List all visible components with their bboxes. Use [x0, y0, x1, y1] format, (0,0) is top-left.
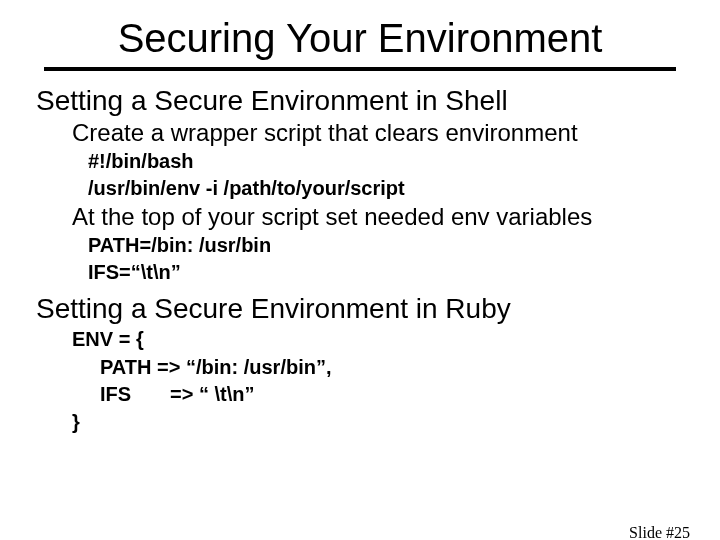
- code-line: PATH=/bin: /usr/bin: [88, 233, 684, 258]
- code-line: PATH => “/bin: /usr/bin”,: [72, 355, 684, 381]
- slide: Securing Your Environment Setting a Secu…: [0, 16, 720, 540]
- code-line: IFS=“\t\n”: [88, 260, 684, 285]
- section-heading-shell: Setting a Secure Environment in Shell: [36, 85, 684, 117]
- body-text: At the top of your script set needed env…: [72, 203, 684, 231]
- slide-number: Slide #25: [629, 524, 690, 540]
- code-line: }: [72, 410, 684, 436]
- slide-title: Securing Your Environment: [60, 16, 660, 61]
- code-line: IFS => “ \t\n”: [72, 382, 684, 408]
- code-line: /usr/bin/env -i /path/to/your/script: [88, 176, 684, 201]
- title-divider: [44, 67, 676, 71]
- code-line: ENV = {: [72, 327, 684, 353]
- code-line: #!/bin/bash: [88, 149, 684, 174]
- body-text: Create a wrapper script that clears envi…: [72, 119, 684, 147]
- section-heading-ruby: Setting a Secure Environment in Ruby: [36, 293, 684, 325]
